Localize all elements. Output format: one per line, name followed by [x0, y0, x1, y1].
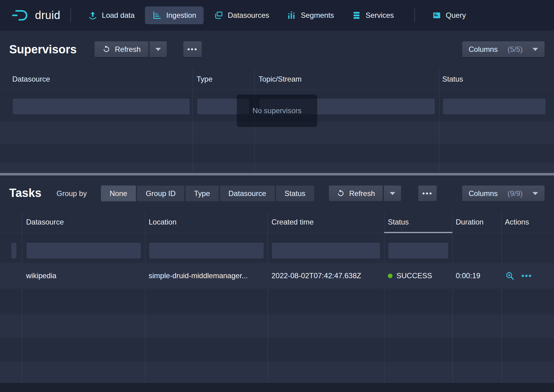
- nav-item-load-data[interactable]: Load data: [81, 6, 142, 24]
- group-by-label: Group by: [57, 189, 87, 198]
- column-header-actions[interactable]: Actions: [505, 218, 529, 226]
- status-sort-indicator: [384, 232, 452, 233]
- druid-logo-icon: [12, 9, 31, 22]
- tasks-columns-button[interactable]: Columns (9/9): [462, 185, 545, 202]
- druid-logo[interactable]: druid: [12, 9, 60, 22]
- more-icon: •••: [187, 45, 198, 54]
- resize-splitter-handle[interactable]: [0, 173, 554, 175]
- tasks-filter-clipped-column[interactable]: [11, 242, 17, 259]
- column-header-status[interactable]: Status: [388, 218, 409, 226]
- nav-item-label: Services: [366, 11, 394, 20]
- nav-item-segments[interactable]: Segments: [279, 6, 341, 24]
- tasks-refresh-group: Refresh: [329, 185, 401, 202]
- header-divider: [0, 233, 554, 233]
- task-created-time-cell: 2022-08-02T07:42:47.638Z: [271, 263, 361, 289]
- column-header-duration[interactable]: Duration: [456, 218, 484, 226]
- task-duration-cell: 0:00:19: [456, 263, 480, 289]
- no-supervisors-message: No supervisors: [237, 94, 317, 127]
- group-by-datasource-button[interactable]: Datasource: [220, 185, 275, 202]
- column-divider: [384, 212, 384, 383]
- segments-bar-chart-icon: [287, 11, 296, 20]
- column-header-created-time[interactable]: Created time: [271, 218, 314, 226]
- supervisors-filter-datasource[interactable]: [12, 98, 190, 115]
- chevron-down-icon: [390, 192, 395, 195]
- chevron-down-icon: [155, 48, 161, 51]
- supervisors-columns-button[interactable]: Columns (5/5): [462, 41, 545, 57]
- more-icon: •••: [422, 189, 433, 198]
- table-row: [0, 163, 554, 173]
- task-actions-more-icon[interactable]: •••: [521, 271, 532, 280]
- column-header-topic-stream[interactable]: Topic/Stream: [259, 75, 302, 83]
- columns-count: (9/9): [508, 189, 523, 198]
- column-divider: [439, 69, 439, 173]
- task-datasource-cell: wikipedia: [26, 263, 57, 289]
- task-status-cell: SUCCESS: [388, 263, 432, 289]
- group-by-group-id-button[interactable]: Group ID: [137, 185, 184, 202]
- group-by-status-button[interactable]: Status: [276, 185, 314, 202]
- column-header-datasource[interactable]: Datasource: [12, 75, 50, 83]
- column-header-status[interactable]: Status: [442, 75, 463, 83]
- tasks-refresh-button[interactable]: Refresh: [329, 185, 383, 202]
- column-divider: [501, 212, 502, 383]
- chevron-down-icon: [533, 192, 538, 195]
- refresh-label: Refresh: [115, 45, 141, 54]
- supervisors-refresh-group: Refresh: [94, 41, 167, 57]
- refresh-label: Refresh: [349, 189, 375, 198]
- nav-item-ingestion[interactable]: Ingestion: [145, 6, 203, 24]
- supervisors-refresh-button[interactable]: Refresh: [94, 41, 149, 57]
- supervisors-filter-status[interactable]: [443, 98, 546, 115]
- task-detail-magnifier-icon[interactable]: [505, 271, 515, 281]
- tasks-filter-location[interactable]: [149, 242, 264, 259]
- navbar-divider: [70, 9, 71, 22]
- druid-console: druid Load data Ingestion: [0, 0, 554, 392]
- query-console-icon: [432, 11, 441, 20]
- group-by-segmented-control: None Group ID Type Datasource Status: [101, 185, 314, 202]
- column-header-location[interactable]: Location: [149, 218, 177, 226]
- columns-label: Columns: [469, 45, 498, 54]
- column-header-datasource[interactable]: Datasource: [26, 218, 64, 226]
- column-divider: [145, 212, 145, 383]
- task-location-cell: simple-druid-middlemanager...: [149, 263, 248, 289]
- tasks-table: Datasource Location Created time Status …: [0, 212, 554, 383]
- group-by-type-button[interactable]: Type: [185, 185, 219, 202]
- task-actions-cell: •••: [505, 263, 532, 289]
- tasks-filter-created-time[interactable]: [271, 242, 380, 259]
- tasks-filter-datasource[interactable]: [26, 242, 141, 259]
- supervisors-more-button[interactable]: •••: [183, 41, 202, 57]
- column-header-type[interactable]: Type: [197, 75, 213, 83]
- nav-item-query[interactable]: Query: [425, 6, 473, 24]
- refresh-icon: [337, 189, 345, 198]
- druid-logo-text: druid: [35, 9, 60, 22]
- ingestion-chart-icon: [152, 11, 162, 20]
- supervisors-table: Datasource Type Topic/Stream Status No s…: [0, 69, 554, 173]
- header-divider: [0, 90, 554, 90]
- nav-item-datasources[interactable]: Datasources: [207, 6, 277, 24]
- column-divider: [193, 69, 193, 173]
- tasks-refresh-interval-button[interactable]: [384, 185, 401, 202]
- horizontal-scrollbar-track: [0, 383, 554, 392]
- task-row-wikipedia[interactable]: wikipedia simple-druid-middlemanager... …: [0, 263, 554, 289]
- column-divider: [267, 212, 268, 383]
- nav-item-label: Load data: [102, 11, 135, 20]
- table-row: [0, 362, 554, 383]
- status-badge: SUCCESS: [396, 271, 432, 280]
- column-divider: [452, 212, 453, 383]
- columns-label: Columns: [469, 189, 498, 198]
- navbar-divider: [414, 9, 415, 22]
- nav-item-label: Datasources: [228, 11, 269, 20]
- nav-item-label: Segments: [301, 11, 334, 20]
- chevron-down-icon: [533, 48, 538, 51]
- refresh-icon: [102, 45, 111, 53]
- nav-item-label: Ingestion: [166, 11, 196, 20]
- columns-count: (5/5): [508, 45, 523, 54]
- tasks-title: Tasks: [9, 186, 41, 200]
- supervisors-title: Supervisors: [9, 43, 77, 56]
- status-success-dot: [388, 274, 392, 278]
- nav-item-services[interactable]: Services: [345, 6, 401, 24]
- services-database-icon: [352, 11, 361, 20]
- group-by-none-button[interactable]: None: [101, 185, 136, 202]
- nav-item-label: Query: [446, 11, 466, 20]
- supervisors-refresh-interval-button[interactable]: [149, 41, 167, 57]
- tasks-filter-status[interactable]: [388, 242, 449, 259]
- tasks-more-button[interactable]: •••: [418, 185, 437, 202]
